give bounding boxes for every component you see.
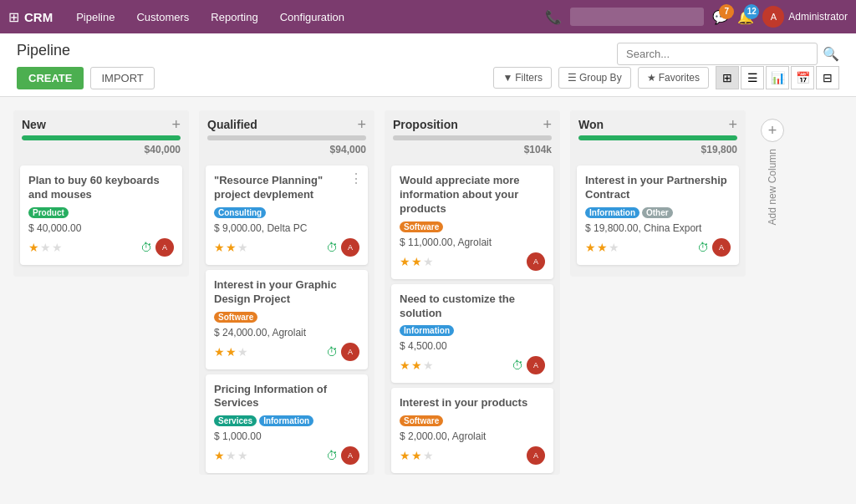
card-footer: ★★★⏱A (28, 238, 174, 257)
star-filled[interactable]: ★ (411, 359, 422, 372)
clock-icon[interactable]: ⏱ (326, 449, 338, 462)
star-empty[interactable]: ★ (423, 359, 434, 372)
view-list[interactable]: ☰ (741, 66, 764, 89)
kanban-card[interactable]: Interest in your productsSoftware$ 2,000… (391, 388, 553, 473)
card-tags: InformationOther (585, 207, 731, 218)
nav-customers[interactable]: Customers (126, 6, 199, 28)
star-empty[interactable]: ★ (237, 449, 248, 462)
card-tag[interactable]: Software (214, 312, 257, 323)
clock-icon[interactable]: ⏱ (326, 345, 338, 359)
add-column-plus-icon[interactable]: + (761, 119, 784, 142)
groupby-icon: ☰ (568, 72, 577, 84)
nav-reporting[interactable]: Reporting (201, 6, 268, 28)
card-footer: ★★★A (400, 446, 545, 465)
card-footer: ★★★⏱A (400, 356, 545, 374)
filters-button[interactable]: ▼ Filters (493, 67, 552, 89)
nav-configuration[interactable]: Configuration (270, 6, 354, 28)
card-stars[interactable]: ★★★ (214, 241, 248, 254)
star-empty[interactable]: ★ (423, 255, 434, 268)
kanban-card[interactable]: ⋮"Resource Planning" project devplementC… (206, 165, 368, 265)
search-icon[interactable]: 🔍 (823, 46, 839, 62)
star-filled[interactable]: ★ (400, 255, 410, 268)
card-tag[interactable]: Information (259, 415, 313, 426)
phone-icon[interactable]: 📞 (545, 9, 562, 25)
card-tag[interactable]: Other (642, 207, 673, 218)
star-empty[interactable]: ★ (226, 449, 237, 462)
view-chart[interactable]: 📊 (766, 66, 789, 89)
card-tag[interactable]: Information (585, 207, 639, 218)
star-filled[interactable]: ★ (214, 449, 225, 462)
card-tag[interactable]: Software (400, 221, 443, 232)
view-calendar[interactable]: 📅 (791, 66, 814, 89)
card-tag[interactable]: Information (400, 325, 454, 336)
star-filled[interactable]: ★ (214, 241, 225, 254)
star-filled[interactable]: ★ (214, 345, 225, 359)
create-button[interactable]: CREATE (17, 67, 84, 89)
user-menu[interactable]: A Administrator (762, 6, 848, 28)
card-menu-icon[interactable]: ⋮ (349, 171, 363, 186)
view-pivot[interactable]: ⊟ (816, 66, 839, 89)
card-tag[interactable]: Services (214, 415, 257, 426)
star-empty[interactable]: ★ (40, 241, 51, 254)
star-empty[interactable]: ★ (237, 241, 248, 254)
star-filled[interactable]: ★ (226, 345, 237, 359)
card-title: Interest in your Partnership Contract (585, 174, 731, 202)
kanban-card[interactable]: Need to customize the solutionInformatio… (391, 284, 553, 384)
card-stars[interactable]: ★★★ (214, 449, 248, 462)
star-empty[interactable]: ★ (423, 449, 434, 462)
card-tags: Product (28, 207, 174, 218)
add-column-button[interactable]: + Add new Column (756, 110, 789, 225)
view-kanban[interactable]: ⊞ (716, 66, 739, 89)
star-filled[interactable]: ★ (411, 255, 422, 268)
chat-badge: 7 (719, 4, 734, 19)
kanban-card[interactable]: Interest in your Graphic Design ProjectS… (206, 270, 368, 369)
kanban-board: New+$40,000Plan to buy 60 keyboards and … (0, 97, 856, 488)
star-empty[interactable]: ★ (237, 345, 248, 359)
kanban-card[interactable]: Pricing Information of ServicesServicesI… (206, 374, 368, 474)
groupby-button[interactable]: ☰ Group By (558, 67, 631, 89)
card-stars[interactable]: ★★★ (214, 345, 248, 359)
star-filled[interactable]: ★ (597, 241, 608, 254)
card-stars[interactable]: ★★★ (585, 241, 619, 254)
card-stars[interactable]: ★★★ (400, 255, 434, 268)
card-amount: $ 19,800.00, China Export (585, 222, 731, 234)
kanban-card[interactable]: Interest in your Partnership ContractInf… (577, 165, 739, 265)
column-title-won: Won (578, 118, 604, 131)
card-tag[interactable]: Software (400, 415, 443, 426)
clock-icon[interactable]: ⏱ (326, 241, 338, 254)
import-button[interactable]: IMPORT (90, 67, 154, 89)
column-add-btn-qualified[interactable]: + (357, 117, 366, 132)
page-header: Pipeline 🔍 CREATE IMPORT ▼ Filters ☰ Gro… (0, 33, 856, 97)
search-input[interactable] (617, 43, 818, 65)
clock-icon[interactable]: ⏱ (512, 359, 523, 372)
kanban-card[interactable]: Plan to buy 60 keyboards and mousesProdu… (20, 165, 182, 265)
star-empty[interactable]: ★ (52, 241, 63, 254)
nav-pipeline[interactable]: Pipeline (66, 6, 125, 28)
column-add-btn-proposition[interactable]: + (543, 117, 552, 132)
star-filled[interactable]: ★ (411, 449, 422, 462)
column-add-btn-won[interactable]: + (728, 117, 737, 132)
star-filled[interactable]: ★ (400, 449, 410, 462)
card-title: "Resource Planning" project devplement (214, 174, 359, 202)
star-filled[interactable]: ★ (585, 241, 596, 254)
card-stars[interactable]: ★★★ (400, 359, 434, 372)
card-stars[interactable]: ★★★ (400, 449, 434, 462)
card-stars[interactable]: ★★★ (28, 241, 63, 254)
card-tag[interactable]: Product (28, 207, 69, 218)
star-empty[interactable]: ★ (609, 241, 619, 254)
card-tag[interactable]: Consulting (214, 207, 266, 218)
column-add-btn-new[interactable]: + (171, 117, 181, 132)
star-filled[interactable]: ★ (400, 359, 410, 372)
activity-badge: 12 (744, 4, 759, 19)
star-filled[interactable]: ★ (226, 241, 237, 254)
topbar-search-input[interactable] (570, 8, 704, 26)
card-icons: ⏱A (697, 238, 731, 257)
clock-icon[interactable]: ⏱ (697, 241, 709, 254)
grid-icon[interactable]: ⊞ (8, 9, 19, 25)
clock-icon[interactable]: ⏱ (140, 241, 152, 254)
card-tags: Software (214, 312, 359, 323)
app-logo: CRM (24, 10, 53, 24)
kanban-card[interactable]: Would appreciate more information about … (391, 165, 553, 279)
favorites-button[interactable]: ★ Favorites (638, 67, 709, 89)
star-filled[interactable]: ★ (28, 241, 39, 254)
